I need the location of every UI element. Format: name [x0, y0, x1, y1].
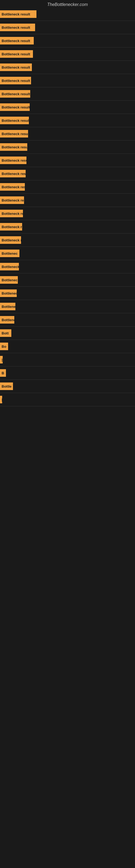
bar-row-28: B [0, 367, 135, 379]
bottleneck-bar-label-20: Bottleneck r [2, 265, 19, 269]
bar-row-12: Bottleneck result [0, 154, 135, 166]
bottleneck-bar-label-15: Bottleneck result [2, 198, 24, 203]
bar-row-11: Bottleneck result [0, 141, 135, 153]
bottleneck-bar-27[interactable]: | [0, 356, 3, 364]
bottleneck-bar-label-10: Bottleneck result [2, 132, 28, 136]
bottleneck-bar-29[interactable]: Bottle [0, 382, 13, 390]
bar-row-10: Bottleneck result [0, 128, 135, 140]
separator-25 [0, 340, 135, 340]
bottleneck-bar-15[interactable]: Bottleneck result [0, 196, 24, 204]
bottleneck-bar-label-25: Bott [2, 331, 9, 335]
bottleneck-bar-label-22: Bottleneck res [2, 291, 17, 296]
bar-row-4: Bottleneck result [0, 48, 135, 60]
bottleneck-bar-10[interactable]: Bottleneck result [0, 130, 28, 137]
separator-21 [0, 286, 135, 287]
bottleneck-bar-18[interactable]: Bottleneck r [0, 236, 21, 244]
bottleneck-bar-14[interactable]: Bottleneck result [0, 183, 25, 191]
bottleneck-bar-label-21: Bottleneck [2, 278, 18, 282]
bar-row-9: Bottleneck result [0, 115, 135, 126]
bottleneck-bar-label-28: B [2, 371, 4, 375]
bottleneck-bar-21[interactable]: Bottleneck [0, 276, 18, 284]
bottleneck-bar-label-30: | [2, 398, 2, 402]
bottleneck-bar-12[interactable]: Bottleneck result [0, 156, 27, 164]
bottleneck-bar-30[interactable]: | [0, 396, 2, 403]
separator-12 [0, 167, 135, 167]
bottleneck-bar-8[interactable]: Bottleneck result [0, 103, 30, 111]
bottleneck-bar-2[interactable]: Bottleneck result [0, 24, 35, 31]
bottleneck-bar-26[interactable]: Bo [0, 343, 8, 350]
separator-8 [0, 114, 135, 114]
bottleneck-bar-13[interactable]: Bottleneck result [0, 170, 26, 177]
bar-row-29: Bottle [0, 380, 135, 392]
bottleneck-bar-label-19: Bottlenec [2, 251, 17, 255]
bottleneck-bar-label-6: Bottleneck result [2, 79, 30, 83]
bottleneck-bar-28[interactable]: B [0, 369, 6, 377]
bar-row-7: Bottleneck result [0, 88, 135, 100]
bar-row-22: Bottleneck res [0, 287, 135, 299]
bottleneck-bar-7[interactable]: Bottleneck result [0, 90, 30, 98]
bar-row-23: Bottlene [0, 301, 135, 312]
bottleneck-bar-25[interactable]: Bott [0, 329, 11, 337]
bar-row-21: Bottleneck [0, 274, 135, 286]
bottleneck-bar-11[interactable]: Bottleneck result [0, 143, 27, 151]
separator-28 [0, 379, 135, 380]
separator-23 [0, 313, 135, 313]
bottleneck-bar-label-27: | [2, 358, 3, 362]
bottleneck-bar-20[interactable]: Bottleneck r [0, 263, 19, 271]
separator-3 [0, 47, 135, 48]
bar-row-17: Bottleneck result [0, 221, 135, 233]
bottleneck-bar-label-12: Bottleneck result [2, 158, 27, 162]
bottleneck-bar-label-2: Bottleneck result [2, 26, 30, 30]
separator-7 [0, 100, 135, 101]
bottleneck-bar-label-9: Bottleneck result [2, 119, 29, 123]
separator-9 [0, 127, 135, 127]
bar-row-20: Bottleneck r [0, 261, 135, 273]
bar-row-1: Bottleneck result [0, 8, 135, 20]
bottleneck-bar-label-18: Bottleneck r [2, 238, 21, 242]
bottleneck-bar-label-13: Bottleneck result [2, 172, 26, 176]
bottleneck-bar-label-23: Bottlene [2, 305, 15, 309]
bottleneck-bar-5[interactable]: Bottleneck result [0, 63, 32, 71]
bottleneck-bar-label-29: Bottle [2, 384, 12, 389]
separator-26 [0, 353, 135, 353]
bottleneck-bar-label-4: Bottleneck result [2, 52, 30, 56]
bottleneck-bar-24[interactable]: Bottleneck r [0, 316, 14, 323]
separator-1 [0, 21, 135, 21]
bottleneck-bar-16[interactable]: Bottleneck res [0, 210, 23, 217]
bottleneck-bar-4[interactable]: Bottleneck result [0, 50, 33, 58]
separator-18 [0, 247, 135, 247]
bottleneck-bar-label-1: Bottleneck result [2, 12, 30, 16]
bottleneck-bar-6[interactable]: Bottleneck result [0, 77, 31, 84]
bar-row-2: Bottleneck result [0, 22, 135, 33]
bottleneck-bar-3[interactable]: Bottleneck result [0, 37, 34, 44]
separator-10 [0, 140, 135, 141]
bar-row-16: Bottleneck res [0, 208, 135, 219]
separator-5 [0, 74, 135, 74]
site-title: TheBottlenecker.com [0, 0, 135, 8]
separator-14 [0, 193, 135, 194]
bottleneck-bar-23[interactable]: Bottlene [0, 303, 15, 310]
bottleneck-bar-label-26: Bo [2, 344, 6, 348]
bottleneck-bar-22[interactable]: Bottleneck res [0, 289, 17, 297]
bar-row-3: Bottleneck result [0, 35, 135, 46]
bar-row-18: Bottleneck r [0, 234, 135, 246]
bar-row-30: | [0, 394, 135, 405]
separator-15 [0, 207, 135, 207]
bottleneck-bar-label-14: Bottleneck result [2, 185, 25, 189]
bar-row-8: Bottleneck result [0, 101, 135, 113]
bottleneck-bar-17[interactable]: Bottleneck result [0, 223, 22, 230]
separator-30 [0, 406, 135, 406]
bar-row-19: Bottlenec [0, 247, 135, 259]
bar-row-26: Bo [0, 340, 135, 352]
bar-row-6: Bottleneck result [0, 74, 135, 87]
bottleneck-bar-1[interactable]: Bottleneck result [0, 10, 37, 18]
separator-17 [0, 233, 135, 234]
bar-row-24: Bottleneck r [0, 314, 135, 326]
bottleneck-bar-9[interactable]: Bottleneck result [0, 117, 29, 124]
separator-27 [0, 366, 135, 367]
bottleneck-bar-label-8: Bottleneck result [2, 105, 30, 109]
bottleneck-bar-19[interactable]: Bottlenec [0, 250, 19, 257]
bottleneck-bar-label-17: Bottleneck result [2, 225, 22, 229]
bar-row-13: Bottleneck result [0, 167, 135, 180]
separator-16 [0, 220, 135, 220]
